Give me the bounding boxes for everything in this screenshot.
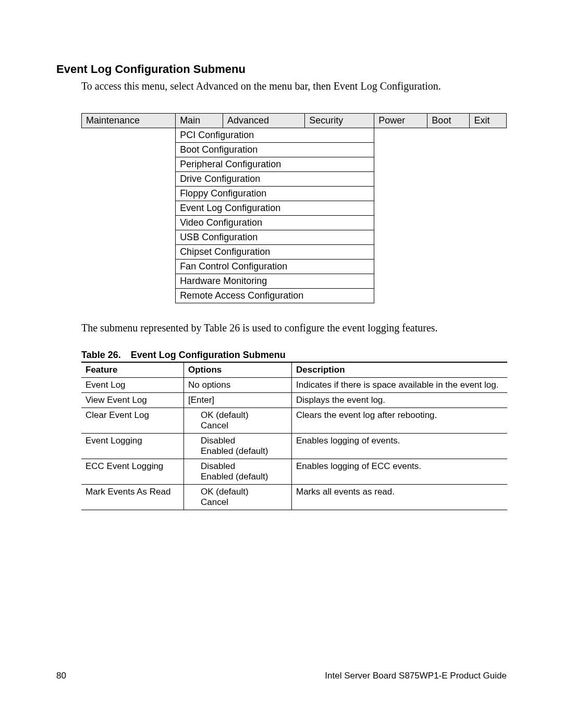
cell-description: Clears the event log after rebooting. (292, 408, 508, 434)
cell-feature: Event Log (81, 378, 184, 393)
menu-bar-item: Boot (427, 114, 470, 128)
submenu-item: Drive Configuration (176, 172, 374, 187)
cell-description: Enables logging of ECC events. (292, 459, 508, 485)
table-row: View Event Log[Enter]Displays the event … (81, 393, 507, 408)
submenu-item: Event Log Configuration (176, 201, 374, 216)
cell-feature: Event Logging (81, 434, 184, 459)
cell-feature: View Event Log (81, 393, 184, 408)
menu-bar-item: Advanced (223, 114, 304, 128)
option-value: Disabled (188, 436, 287, 446)
header-options: Options (184, 362, 292, 378)
option-value: Enabled (default) (188, 472, 287, 482)
menu-bar-item: Security (305, 114, 374, 128)
header-feature: Feature (81, 362, 184, 378)
cell-options: No options (184, 378, 292, 393)
config-table: Feature Options Description Event LogNo … (81, 362, 507, 510)
option-value: No options (188, 380, 287, 390)
menu-bar-item: Main (176, 114, 223, 128)
submenu-item: Fan Control Configuration (176, 260, 374, 274)
mid-paragraph: The submenu represented by Table 26 is u… (81, 322, 507, 334)
table-row: Mark Events As ReadOK (default)CancelMar… (81, 485, 507, 510)
cell-feature: ECC Event Logging (81, 459, 184, 485)
page-number: 80 (56, 671, 66, 681)
submenu-item: Video Configuration (176, 216, 374, 230)
header-description: Description (292, 362, 508, 378)
cell-feature: Mark Events As Read (81, 485, 184, 510)
cell-options: OK (default)Cancel (184, 485, 292, 510)
option-value: Cancel (188, 497, 287, 508)
cell-feature: Clear Event Log (81, 408, 184, 434)
doc-title: Intel Server Board S875WP1-E Product Gui… (325, 671, 507, 681)
option-value: OK (default) (188, 410, 287, 421)
table-caption: Table 26. Event Log Configuration Submen… (81, 350, 507, 361)
option-value: Cancel (188, 421, 287, 431)
cell-description: Enables logging of events. (292, 434, 508, 459)
cell-options: DisabledEnabled (default) (184, 459, 292, 485)
cell-options: DisabledEnabled (default) (184, 434, 292, 459)
cell-options: OK (default)Cancel (184, 408, 292, 434)
submenu-item: Chipset Configuration (176, 245, 374, 260)
option-value: OK (default) (188, 487, 287, 497)
cell-description: Indicates if there is space available in… (292, 378, 508, 393)
section-heading: Event Log Configuration Submenu (56, 63, 507, 76)
option-value: Disabled (188, 461, 287, 472)
option-value: Enabled (default) (188, 446, 287, 456)
submenu-item: Floppy Configuration (176, 187, 374, 201)
cell-options: [Enter] (184, 393, 292, 408)
menu-bar-item: Maintenance (82, 114, 176, 128)
submenu-item: Hardware Monitoring (176, 274, 374, 289)
intro-paragraph: To access this menu, select Advanced on … (81, 80, 507, 92)
page-footer: 80 Intel Server Board S875WP1-E Product … (56, 671, 507, 681)
table-caption-text: Event Log Configuration Submenu (131, 350, 286, 360)
table-row: Clear Event LogOK (default)CancelClears … (81, 408, 507, 434)
cell-description: Displays the event log. (292, 393, 508, 408)
table-row: Event LogNo optionsIndicates if there is… (81, 378, 507, 393)
submenu-item: Remote Access Configuration (176, 289, 374, 303)
menu-bar-item: Power (374, 114, 427, 128)
table-row: Event LoggingDisabledEnabled (default)En… (81, 434, 507, 459)
table-caption-number: Table 26. (81, 350, 121, 360)
cell-description: Marks all events as read. (292, 485, 508, 510)
menu-bar-item: Exit (470, 114, 507, 128)
submenu-item: USB Configuration (176, 230, 374, 245)
submenu-item: Peripheral Configuration (176, 157, 374, 172)
submenu-item: PCI Configuration (176, 128, 374, 143)
bios-menu-diagram: MaintenanceMainAdvancedSecurityPowerBoot… (81, 113, 507, 303)
submenu-item: Boot Configuration (176, 143, 374, 157)
table-row: ECC Event LoggingDisabledEnabled (defaul… (81, 459, 507, 485)
option-value: [Enter] (188, 395, 287, 405)
